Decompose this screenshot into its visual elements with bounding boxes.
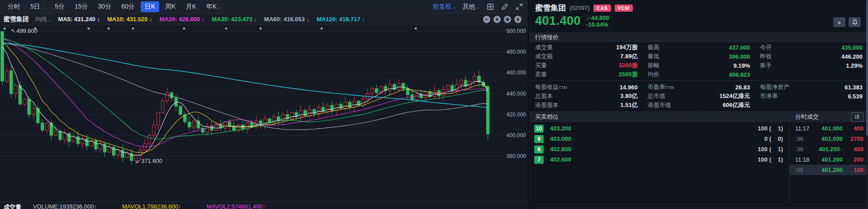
trade-row[interactable]: 11:18401.200200 xyxy=(790,154,868,165)
zoom-in-icon[interactable] xyxy=(493,16,501,23)
trade-volume: 400 xyxy=(843,125,863,132)
add-to-watchlist-button[interactable]: + xyxy=(833,17,845,27)
quote-grid-bottom: 每股收益TTM14.960 市盈率TTM26.83 每股净资产61.383 总股… xyxy=(530,82,868,110)
bid-price: 402.600 xyxy=(550,156,591,163)
trade-price: 401.200↑ xyxy=(819,146,843,153)
tab-monthly-k[interactable]: 月K xyxy=(181,1,200,12)
tab-15min[interactable]: 15分 xyxy=(71,1,92,12)
bid-size: 100 ( 1) xyxy=(758,156,783,163)
svg-text:500.000: 500.000 xyxy=(507,28,526,34)
quote-label: 市盈率TTM xyxy=(648,83,674,91)
tab-timeline[interactable]: 分时 xyxy=(4,1,24,12)
quote-value: 3200股 xyxy=(619,61,638,70)
quote-value: 14.960 xyxy=(620,84,638,91)
quote-label: 每股净资产 xyxy=(760,83,789,91)
quote-label: 最高 xyxy=(648,43,659,51)
ma30-value: MA30: 423.473 ↓ xyxy=(212,16,257,23)
price-alert-bell-icon[interactable] xyxy=(849,17,861,27)
bid-level-row[interactable]: 7402.600100 ( 1) xyxy=(530,154,789,165)
trade-volume: 400 xyxy=(843,146,863,153)
quote-label: 卖量 xyxy=(535,70,547,79)
quote-value: 1.51亿 xyxy=(620,101,637,109)
drawing-brush-icon[interactable] xyxy=(501,3,509,11)
quote-value: 2500股 xyxy=(619,70,638,79)
svg-text:440.000: 440.000 xyxy=(507,91,526,97)
tab-30min[interactable]: 30分 xyxy=(94,1,116,12)
quote-label: 振幅 xyxy=(648,61,659,70)
timesales-header: 分时成交 详 xyxy=(789,112,868,121)
trade-price: 401.200 xyxy=(821,156,843,163)
chart-legend: 蜜雪集团 均线⌄ MA5: 431.240 ↓ MA10: 431.520 ↓ … xyxy=(0,14,528,25)
trade-row[interactable]: 11:17401.000400 xyxy=(790,123,868,134)
chart-canvas[interactable]: 500.000480.000460.000440.000420.000400.0… xyxy=(0,26,529,209)
high-price-annotation: ↖499.600 xyxy=(11,28,38,34)
quote-label: 买量 xyxy=(535,61,547,70)
fullscreen-expand-icon[interactable] xyxy=(515,3,523,11)
quote-value: 435.000 xyxy=(841,44,863,51)
panel-scrollbar[interactable] xyxy=(866,0,868,209)
svg-text:460.000: 460.000 xyxy=(507,70,526,76)
chevron-down-icon: ⌄ xyxy=(218,5,221,9)
period-toolbar: 分时 5日⌄ 5分 15分 30分 60分 日K 周K 月K 年K⌄ 前复权⌄ … xyxy=(0,0,528,14)
bid-size: 0 ( 0) xyxy=(764,135,783,142)
current-price: 401.400 xyxy=(535,14,581,28)
volume-value: VOLUME:1939236.000↑ xyxy=(33,203,97,209)
adjust-mode-dropdown[interactable]: 前复权⌄ xyxy=(432,3,456,11)
bid-level-row[interactable]: 8402.800100 ( 1) xyxy=(530,144,789,154)
orderbook-header: 买卖档位 xyxy=(530,112,789,121)
price-change: ↓-44.800 -10.04% xyxy=(586,14,609,28)
trade-time: :36 xyxy=(795,135,815,142)
quote-label: 总市值 xyxy=(648,92,665,100)
quote-value: 396.000 xyxy=(729,53,750,60)
other-dropdown[interactable]: 其他⌄ xyxy=(463,3,480,11)
ma-selector-dropdown[interactable]: 均线⌄ xyxy=(35,15,52,23)
trade-time: :36 xyxy=(795,146,815,153)
zoom-out-icon[interactable] xyxy=(483,16,490,23)
trade-row[interactable]: :36401.0002700 xyxy=(790,134,868,144)
quote-value: 7.89亿 xyxy=(620,52,637,60)
chart-settings-gear-icon[interactable] xyxy=(504,16,511,23)
tab-yearly-k[interactable]: 年K⌄ xyxy=(202,1,226,12)
quote-section-header: 行情报价 xyxy=(530,33,868,42)
bid-price: 402.800 xyxy=(550,146,591,153)
timesales-detail-button[interactable]: 详 xyxy=(851,112,863,122)
volume-pane-header: 成交量 VOLUME:1939236.000↑ MAVOL1:798236.60… xyxy=(4,203,266,209)
tab-5min[interactable]: 5分 xyxy=(51,1,69,12)
quote-value: 26.83 xyxy=(735,84,750,91)
quote-label: 每股收益TTM xyxy=(535,83,567,91)
ma5-value: MA5: 431.240 ↓ xyxy=(58,16,100,23)
quote-value: 1524亿港元 xyxy=(719,92,750,100)
svg-text:400.000: 400.000 xyxy=(507,132,526,139)
bid-size: 100 ( 1) xyxy=(758,125,783,132)
bid-level-row[interactable]: 10403.200100 ( 1) xyxy=(530,123,789,134)
vcm-badge: VCM xyxy=(615,5,633,12)
quote-value: 3.80亿 xyxy=(620,92,637,100)
bid-size: 100 ( 1) xyxy=(758,146,783,153)
tab-weekly-k[interactable]: 周K xyxy=(161,1,180,12)
bid-level-row[interactable]: 9403.0000 ( 0) xyxy=(530,134,789,144)
chevron-down-icon: ⌄ xyxy=(452,5,456,9)
low-price-annotation: ↙371.600 xyxy=(136,158,162,164)
volume-pane-title: 成交量 xyxy=(4,203,21,209)
scrollbar-thumb[interactable] xyxy=(866,0,868,135)
chart-section: 分时 5日⌄ 5分 15分 30分 60分 日K 周K 月K 年K⌄ 前复权⌄ … xyxy=(0,0,529,209)
close-chart-icon[interactable] xyxy=(514,16,522,23)
trade-row[interactable]: :36401.200↑400 xyxy=(790,144,868,154)
quote-grid-top: 成交量194万股 最高437.000 今开435.000 成交额7.89亿 最低… xyxy=(530,42,868,79)
ma10-value: MA10: 431.520 ↓ xyxy=(107,16,152,23)
mavol1-value: MAVOL1:798236.600↑ xyxy=(122,203,181,209)
quote-panel: 蜜雪集团 (02097) CAS VCM 401.400 ↓-44.800 -1… xyxy=(530,0,868,209)
tab-daily-k-selected[interactable]: 日K xyxy=(141,1,159,12)
quote-value: 194万股 xyxy=(616,43,638,51)
level-badge: 7 xyxy=(534,156,544,164)
tab-60min[interactable]: 60分 xyxy=(117,1,139,12)
trade-volume: 2700 xyxy=(843,135,863,142)
candlestick-chart[interactable]: 500.000480.000460.000440.000420.000400.0… xyxy=(0,26,529,209)
quote-value: 1.29% xyxy=(846,62,863,69)
ma120-value: MA120: 418.717 ↓ xyxy=(317,16,365,23)
trade-row-highlighted[interactable]: :05401.200100 xyxy=(790,165,868,175)
layout-grid-icon[interactable] xyxy=(486,3,494,11)
trade-volume: 100 xyxy=(843,167,863,173)
trade-time: :05 xyxy=(795,167,815,173)
tab-5day[interactable]: 5日⌄ xyxy=(26,1,49,12)
